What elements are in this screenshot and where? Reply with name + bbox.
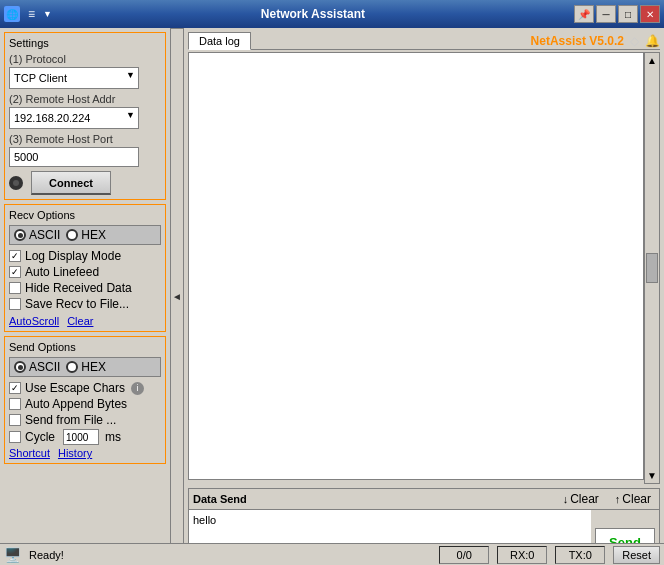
send-options-group: Send Options ASCII HEX Use Escape Chars … [4,336,166,464]
maximize-button[interactable]: □ [618,5,638,23]
clear2-label: Clear [622,492,651,506]
log-display-label: Log Display Mode [25,249,121,263]
save-recv-checkbox[interactable] [9,298,21,310]
recv-ascii-option[interactable]: ASCII [14,228,60,242]
connect-row: Connect [9,171,161,195]
collapse-arrow[interactable]: ◄ [170,28,184,565]
status-tx: TX:0 [555,546,605,564]
cycle-unit-label: ms [105,430,121,444]
use-escape-row: Use Escape Chars i [9,381,161,395]
version-label: NetAssist V5.0.2 [531,34,624,48]
clear1-arrow-icon: ↓ [563,493,569,505]
host-select[interactable]: 192.168.20.224 [9,107,139,129]
auto-linefeed-label: Auto Linefeed [25,265,99,279]
auto-append-label: Auto Append Bytes [25,397,127,411]
protocol-row: (1) Protocol TCP Client TCP Server UDP [9,53,161,89]
protocol-select[interactable]: TCP Client TCP Server UDP [9,67,139,89]
recv-options-group: Recv Options ASCII HEX Log Display Mode … [4,204,166,332]
cycle-label: Cycle [25,430,55,444]
send-encoding-row: ASCII HEX [9,357,161,377]
settings-label: Settings [9,37,161,49]
close-button[interactable]: ✕ [640,5,660,23]
toolbar-menu[interactable]: ≡ [24,7,39,21]
info-icon: i [131,382,144,395]
use-escape-checkbox[interactable] [9,382,21,394]
right-panel: Data log NetAssist V5.0.2 ◇ 🔔 ▲ ▼ Data S… [186,28,664,565]
title-bar: 🌐 ≡ ▼ Network Assistant 📌 ─ □ ✕ [0,0,664,28]
tab-bar: Data log NetAssist V5.0.2 ◇ 🔔 [188,32,660,50]
app-title: Network Assistant [52,7,574,21]
recv-encoding-row: ASCII HEX [9,225,161,245]
connect-button[interactable]: Connect [31,171,111,195]
scroll-up-arrow[interactable]: ▲ [647,55,657,66]
save-recv-row: Save Recv to File... [9,297,161,311]
window-controls: 📌 ─ □ ✕ [574,5,660,23]
data-send-label: Data Send [193,493,247,505]
pin-button[interactable]: 📌 [574,5,594,23]
data-log-wrapper: ▲ ▼ [188,52,660,484]
scrollbar[interactable]: ▲ ▼ [644,52,660,484]
autoscroll-link[interactable]: AutoScroll [9,315,59,327]
data-log-area[interactable] [188,52,644,480]
send-ascii-radio[interactable] [14,361,26,373]
log-display-checkbox[interactable] [9,250,21,262]
protocol-select-wrapper: TCP Client TCP Server UDP [9,67,139,89]
bell-icon: 🔔 [645,34,660,48]
clear1-label: Clear [570,492,599,506]
data-send-clear1-button[interactable]: ↓ Clear [559,491,603,507]
status-counter: 0/0 [439,546,489,564]
toolbar-dropdown[interactable]: ▼ [43,9,52,19]
recv-link-row: AutoScroll Clear [9,315,161,327]
auto-append-checkbox[interactable] [9,398,21,410]
minimize-button[interactable]: ─ [596,5,616,23]
auto-linefeed-row: Auto Linefeed [9,265,161,279]
send-hex-option[interactable]: HEX [66,360,106,374]
send-from-file-label: Send from File ... [25,413,116,427]
connect-status-indicator [9,176,23,190]
host-row: (2) Remote Host Addr 192.168.20.224 [9,93,161,129]
log-display-row: Log Display Mode [9,249,161,263]
use-escape-label: Use Escape Chars [25,381,125,395]
send-from-file-row: Send from File ... [9,413,161,427]
data-send-clear2-button[interactable]: ↑ Clear [611,491,655,507]
send-hex-radio[interactable] [66,361,78,373]
cycle-checkbox[interactable] [9,431,21,443]
cycle-input[interactable] [63,429,99,445]
scroll-down-arrow[interactable]: ▼ [647,470,657,481]
status-icon: 🖥️ [4,547,21,563]
scroll-thumb[interactable] [646,253,658,283]
data-log-tab[interactable]: Data log [188,32,251,50]
status-rx: RX:0 [497,546,547,564]
status-ready-text: Ready! [29,549,431,561]
diamond-icon: ◇ [630,34,639,48]
app-icon: 🌐 [4,6,20,22]
tab-bar-right: NetAssist V5.0.2 ◇ 🔔 [531,34,660,48]
port-row: (3) Remote Host Port [9,133,161,167]
save-recv-label: Save Recv to File... [25,297,129,311]
hide-received-label: Hide Received Data [25,281,132,295]
protocol-label: (1) Protocol [9,53,161,65]
settings-group: Settings (1) Protocol TCP Client TCP Ser… [4,32,166,200]
reset-button[interactable]: Reset [613,546,660,564]
recv-clear-link[interactable]: Clear [67,315,93,327]
recv-options-label: Recv Options [9,209,161,221]
shortcut-history-row: Shortcut History [9,447,161,459]
history-link[interactable]: History [58,447,92,459]
port-input[interactable] [9,147,139,167]
recv-ascii-radio[interactable] [14,229,26,241]
hide-received-checkbox[interactable] [9,282,21,294]
recv-ascii-label: ASCII [29,228,60,242]
host-select-wrapper: 192.168.20.224 [9,107,139,129]
recv-hex-option[interactable]: HEX [66,228,106,242]
hide-received-row: Hide Received Data [9,281,161,295]
shortcut-link[interactable]: Shortcut [9,447,50,459]
host-label: (2) Remote Host Addr [9,93,161,105]
send-from-file-checkbox[interactable] [9,414,21,426]
data-send-header: Data Send ↓ Clear ↑ Clear [189,489,659,510]
auto-append-row: Auto Append Bytes [9,397,161,411]
auto-linefeed-checkbox[interactable] [9,266,21,278]
cycle-row: Cycle ms [9,429,161,445]
recv-hex-radio[interactable] [66,229,78,241]
send-options-label: Send Options [9,341,161,353]
send-ascii-option[interactable]: ASCII [14,360,60,374]
